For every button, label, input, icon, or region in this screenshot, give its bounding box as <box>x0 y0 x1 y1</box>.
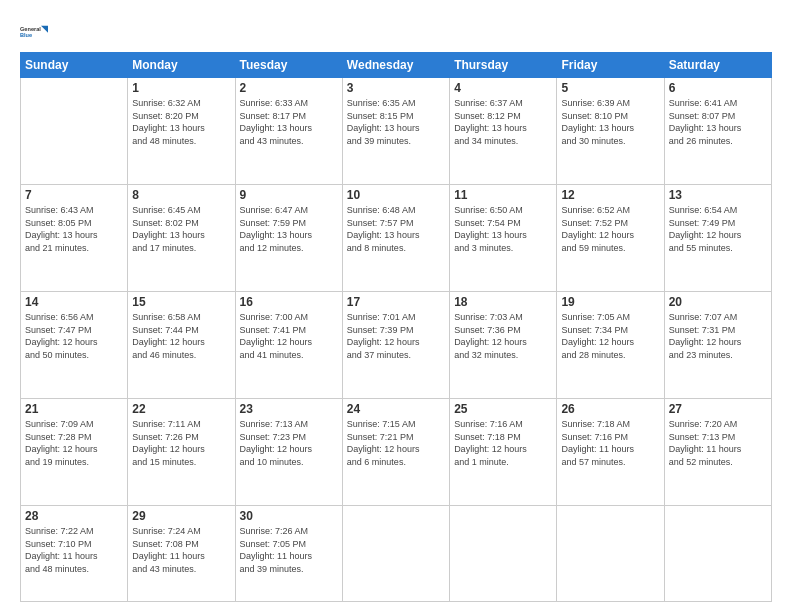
day-number: 1 <box>132 81 230 95</box>
day-info: Sunrise: 7:15 AMSunset: 7:21 PMDaylight:… <box>347 418 445 468</box>
day-number: 5 <box>561 81 659 95</box>
week-row-1: 1Sunrise: 6:32 AMSunset: 8:20 PMDaylight… <box>21 78 772 185</box>
header-thursday: Thursday <box>450 53 557 78</box>
calendar-cell: 26Sunrise: 7:18 AMSunset: 7:16 PMDayligh… <box>557 399 664 506</box>
day-number: 19 <box>561 295 659 309</box>
day-info: Sunrise: 6:52 AMSunset: 7:52 PMDaylight:… <box>561 204 659 254</box>
calendar-cell: 21Sunrise: 7:09 AMSunset: 7:28 PMDayligh… <box>21 399 128 506</box>
day-number: 20 <box>669 295 767 309</box>
calendar-cell: 10Sunrise: 6:48 AMSunset: 7:57 PMDayligh… <box>342 185 449 292</box>
logo: GeneralBlue <box>20 18 48 46</box>
day-info: Sunrise: 7:16 AMSunset: 7:18 PMDaylight:… <box>454 418 552 468</box>
calendar-cell: 7Sunrise: 6:43 AMSunset: 8:05 PMDaylight… <box>21 185 128 292</box>
calendar-cell: 9Sunrise: 6:47 AMSunset: 7:59 PMDaylight… <box>235 185 342 292</box>
day-number: 10 <box>347 188 445 202</box>
calendar-cell: 15Sunrise: 6:58 AMSunset: 7:44 PMDayligh… <box>128 292 235 399</box>
header-monday: Monday <box>128 53 235 78</box>
day-info: Sunrise: 6:39 AMSunset: 8:10 PMDaylight:… <box>561 97 659 147</box>
calendar-cell: 11Sunrise: 6:50 AMSunset: 7:54 PMDayligh… <box>450 185 557 292</box>
day-info: Sunrise: 6:56 AMSunset: 7:47 PMDaylight:… <box>25 311 123 361</box>
calendar-cell: 20Sunrise: 7:07 AMSunset: 7:31 PMDayligh… <box>664 292 771 399</box>
header-sunday: Sunday <box>21 53 128 78</box>
day-info: Sunrise: 7:05 AMSunset: 7:34 PMDaylight:… <box>561 311 659 361</box>
day-info: Sunrise: 6:33 AMSunset: 8:17 PMDaylight:… <box>240 97 338 147</box>
calendar-cell: 19Sunrise: 7:05 AMSunset: 7:34 PMDayligh… <box>557 292 664 399</box>
calendar-cell: 14Sunrise: 6:56 AMSunset: 7:47 PMDayligh… <box>21 292 128 399</box>
calendar-cell <box>21 78 128 185</box>
calendar-cell: 17Sunrise: 7:01 AMSunset: 7:39 PMDayligh… <box>342 292 449 399</box>
calendar-cell: 30Sunrise: 7:26 AMSunset: 7:05 PMDayligh… <box>235 506 342 602</box>
day-number: 18 <box>454 295 552 309</box>
calendar-cell: 28Sunrise: 7:22 AMSunset: 7:10 PMDayligh… <box>21 506 128 602</box>
day-info: Sunrise: 7:24 AMSunset: 7:08 PMDaylight:… <box>132 525 230 575</box>
day-number: 6 <box>669 81 767 95</box>
day-info: Sunrise: 7:09 AMSunset: 7:28 PMDaylight:… <box>25 418 123 468</box>
day-info: Sunrise: 6:47 AMSunset: 7:59 PMDaylight:… <box>240 204 338 254</box>
day-info: Sunrise: 6:45 AMSunset: 8:02 PMDaylight:… <box>132 204 230 254</box>
week-row-2: 7Sunrise: 6:43 AMSunset: 8:05 PMDaylight… <box>21 185 772 292</box>
calendar-cell: 5Sunrise: 6:39 AMSunset: 8:10 PMDaylight… <box>557 78 664 185</box>
day-number: 27 <box>669 402 767 416</box>
day-number: 4 <box>454 81 552 95</box>
day-info: Sunrise: 7:26 AMSunset: 7:05 PMDaylight:… <box>240 525 338 575</box>
day-number: 26 <box>561 402 659 416</box>
calendar-table: Sunday Monday Tuesday Wednesday Thursday… <box>20 52 772 602</box>
calendar-cell: 12Sunrise: 6:52 AMSunset: 7:52 PMDayligh… <box>557 185 664 292</box>
svg-text:Blue: Blue <box>20 32 32 38</box>
calendar-cell: 18Sunrise: 7:03 AMSunset: 7:36 PMDayligh… <box>450 292 557 399</box>
day-number: 11 <box>454 188 552 202</box>
day-number: 12 <box>561 188 659 202</box>
day-number: 13 <box>669 188 767 202</box>
day-number: 30 <box>240 509 338 523</box>
day-number: 8 <box>132 188 230 202</box>
header-saturday: Saturday <box>664 53 771 78</box>
day-number: 29 <box>132 509 230 523</box>
day-info: Sunrise: 7:01 AMSunset: 7:39 PMDaylight:… <box>347 311 445 361</box>
calendar-cell: 16Sunrise: 7:00 AMSunset: 7:41 PMDayligh… <box>235 292 342 399</box>
weekday-header-row: Sunday Monday Tuesday Wednesday Thursday… <box>21 53 772 78</box>
day-info: Sunrise: 6:41 AMSunset: 8:07 PMDaylight:… <box>669 97 767 147</box>
day-number: 28 <box>25 509 123 523</box>
day-info: Sunrise: 6:32 AMSunset: 8:20 PMDaylight:… <box>132 97 230 147</box>
day-info: Sunrise: 7:22 AMSunset: 7:10 PMDaylight:… <box>25 525 123 575</box>
day-info: Sunrise: 6:37 AMSunset: 8:12 PMDaylight:… <box>454 97 552 147</box>
svg-text:General: General <box>20 26 41 32</box>
calendar-cell: 23Sunrise: 7:13 AMSunset: 7:23 PMDayligh… <box>235 399 342 506</box>
day-number: 21 <box>25 402 123 416</box>
page: GeneralBlue Sunday Monday Tuesday Wednes… <box>0 0 792 612</box>
header-tuesday: Tuesday <box>235 53 342 78</box>
day-info: Sunrise: 7:20 AMSunset: 7:13 PMDaylight:… <box>669 418 767 468</box>
day-number: 24 <box>347 402 445 416</box>
day-number: 22 <box>132 402 230 416</box>
week-row-3: 14Sunrise: 6:56 AMSunset: 7:47 PMDayligh… <box>21 292 772 399</box>
calendar-cell: 13Sunrise: 6:54 AMSunset: 7:49 PMDayligh… <box>664 185 771 292</box>
calendar-cell: 25Sunrise: 7:16 AMSunset: 7:18 PMDayligh… <box>450 399 557 506</box>
day-number: 9 <box>240 188 338 202</box>
calendar-cell: 24Sunrise: 7:15 AMSunset: 7:21 PMDayligh… <box>342 399 449 506</box>
calendar-cell: 3Sunrise: 6:35 AMSunset: 8:15 PMDaylight… <box>342 78 449 185</box>
calendar-cell: 2Sunrise: 6:33 AMSunset: 8:17 PMDaylight… <box>235 78 342 185</box>
day-info: Sunrise: 6:54 AMSunset: 7:49 PMDaylight:… <box>669 204 767 254</box>
day-info: Sunrise: 6:50 AMSunset: 7:54 PMDaylight:… <box>454 204 552 254</box>
svg-marker-2 <box>41 26 48 33</box>
calendar-cell <box>664 506 771 602</box>
day-number: 2 <box>240 81 338 95</box>
day-number: 15 <box>132 295 230 309</box>
day-number: 16 <box>240 295 338 309</box>
calendar-cell <box>450 506 557 602</box>
day-info: Sunrise: 6:35 AMSunset: 8:15 PMDaylight:… <box>347 97 445 147</box>
day-info: Sunrise: 7:03 AMSunset: 7:36 PMDaylight:… <box>454 311 552 361</box>
day-info: Sunrise: 7:07 AMSunset: 7:31 PMDaylight:… <box>669 311 767 361</box>
calendar-cell: 8Sunrise: 6:45 AMSunset: 8:02 PMDaylight… <box>128 185 235 292</box>
day-number: 3 <box>347 81 445 95</box>
calendar-cell <box>557 506 664 602</box>
day-info: Sunrise: 7:13 AMSunset: 7:23 PMDaylight:… <box>240 418 338 468</box>
logo-icon: GeneralBlue <box>20 18 48 46</box>
header-wednesday: Wednesday <box>342 53 449 78</box>
day-number: 25 <box>454 402 552 416</box>
day-info: Sunrise: 6:58 AMSunset: 7:44 PMDaylight:… <box>132 311 230 361</box>
day-info: Sunrise: 6:48 AMSunset: 7:57 PMDaylight:… <box>347 204 445 254</box>
day-number: 17 <box>347 295 445 309</box>
day-info: Sunrise: 7:11 AMSunset: 7:26 PMDaylight:… <box>132 418 230 468</box>
day-number: 7 <box>25 188 123 202</box>
